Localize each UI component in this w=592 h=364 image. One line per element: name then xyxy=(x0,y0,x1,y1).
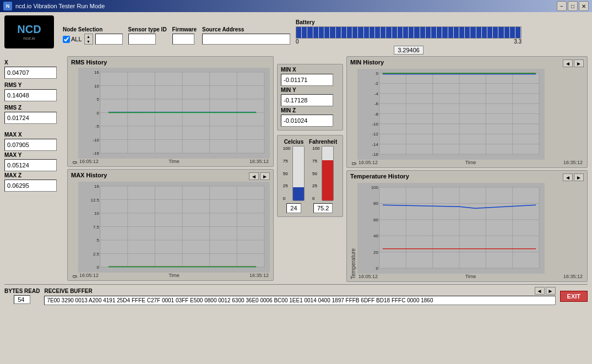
node-spinbox[interactable]: ▲ ▼ xyxy=(84,34,93,45)
temp-gauges-panel: Celcius 1007550250 24 Fahrenheit xyxy=(277,135,343,217)
temp-header-row: Temperature History ◄ ► xyxy=(350,173,584,182)
bytes-label: BYTES READ xyxy=(4,288,40,294)
max-nav-prev[interactable]: ◄ xyxy=(249,172,259,180)
max-chart-inner: g 16:05:12 Time 16:35:12 xyxy=(71,182,270,278)
fahrenheit-thermo-body xyxy=(322,146,334,201)
max-y-axis-label: g xyxy=(71,182,77,278)
temp-history-title: Temperature History xyxy=(350,173,409,180)
left-charts: RMS History g 16:05:12 Time 16:35:12 xyxy=(67,56,274,282)
min-history-title: MIN History xyxy=(350,59,384,66)
min-chart-inner: g 16:05:12 Time 16:35:12 xyxy=(350,69,584,165)
min-z-label: MIN Z xyxy=(281,107,339,113)
rms-z-value: 0.01724 xyxy=(4,112,57,124)
charts-section: X 0.04707 RMS Y 0.14048 RMS Z 0.01724 MA… xyxy=(4,56,588,282)
sensor-type-label: Sensor type ID xyxy=(128,26,167,32)
temp-y-axis-label: Temperature xyxy=(350,183,356,279)
max-chart-wrapper: 16:05:12 Time 16:35:12 xyxy=(78,182,270,278)
sensor-type-input[interactable]: 5 xyxy=(128,34,156,45)
battery-label: Battery xyxy=(296,19,522,25)
top-controls: Node Selection ALL ▲ ▼ 0 Sensor type ID … xyxy=(63,19,588,45)
maximize-button[interactable]: □ xyxy=(568,1,578,11)
rms-x-axis: 16:05:12 Time 16:35:12 xyxy=(78,159,270,164)
fahrenheit-scale: 1007550250 xyxy=(312,146,319,201)
temp-nav-buttons[interactable]: ◄ ► xyxy=(563,173,584,181)
temp-x-axis: 16:05:12 Time 16:35:12 xyxy=(357,274,584,279)
temp-gauges-row: Celcius 1007550250 24 Fahrenheit xyxy=(281,139,339,213)
min-x-label: MIN X xyxy=(281,67,339,73)
temp-chart-canvas xyxy=(357,183,545,274)
sensor-type-group: Sensor type ID 5 xyxy=(128,26,167,45)
buffer-nav-prev[interactable]: ◄ xyxy=(535,287,545,295)
all-checkbox[interactable] xyxy=(63,36,70,43)
celsius-scale: 1007550250 xyxy=(283,146,290,201)
node-spinbox-up[interactable]: ▲ xyxy=(85,34,93,39)
node-value-input[interactable]: 0 xyxy=(95,34,123,45)
max-y-group: MAX Y 0.05124 xyxy=(4,152,65,171)
max-z-group: MAX Z 0.06295 xyxy=(4,172,65,192)
buffer-label: RECEIVE BUFFER xyxy=(44,288,92,294)
min-nav-prev[interactable]: ◄ xyxy=(563,59,573,67)
buffer-group: RECEIVE BUFFER ◄ ► 7E00 3290 0013 A200 4… xyxy=(44,287,555,305)
rms-y-label: RMS Y xyxy=(4,82,65,88)
title-bar-buttons[interactable]: − □ ✕ xyxy=(557,1,589,11)
title-bar: N ncd.io Vibration Tester Run Mode − □ ✕ xyxy=(0,0,592,12)
firmware-group: Firmware 1 xyxy=(172,26,197,45)
close-button[interactable]: ✕ xyxy=(579,1,589,11)
buffer-nav-next[interactable]: ► xyxy=(546,287,556,295)
temp-nav-prev[interactable]: ◄ xyxy=(563,173,573,181)
min-y-label: MIN Y xyxy=(281,87,339,93)
max-nav-buttons[interactable]: ◄ ► xyxy=(249,172,270,180)
min-header-row: MIN History ◄ ► xyxy=(350,59,584,68)
celsius-fill xyxy=(293,187,304,200)
rms-chart-inner: g 16:05:12 Time 16:35:12 xyxy=(71,68,270,164)
rms-y-group: RMS Y 0.14048 xyxy=(4,82,65,101)
main-content: NCD ncd.io Node Selection ALL ▲ ▼ 0 xyxy=(0,12,592,364)
source-address-group: Source Address 0013 A200 4191 25D4 xyxy=(202,26,290,45)
celsius-label: Celcius xyxy=(284,139,304,145)
max-z-value: 0.06295 xyxy=(4,180,57,192)
rms-x-label: X xyxy=(4,59,65,66)
middle-section: MIN X -0.01171 MIN Y -0.17128 MIN Z -0.0… xyxy=(277,56,343,282)
rms-history-title: RMS History xyxy=(71,59,270,66)
buffer-header: RECEIVE BUFFER ◄ ► xyxy=(44,287,555,295)
exit-button[interactable]: EXIT xyxy=(560,291,588,302)
fahrenheit-gauge-group: Fahrenheit 1007550250 75.2 xyxy=(309,139,337,213)
firmware-label: Firmware xyxy=(172,26,197,32)
firmware-input[interactable]: 1 xyxy=(172,34,194,45)
rms-section: X 0.04707 RMS Y 0.14048 RMS Z 0.01724 MA… xyxy=(4,56,274,282)
temp-nav-next[interactable]: ► xyxy=(574,173,584,181)
min-chart-canvas xyxy=(357,69,545,160)
buffer-nav-buttons[interactable]: ◄ ► xyxy=(535,287,556,295)
minimize-button[interactable]: − xyxy=(557,1,567,11)
max-x-value: 0.07905 xyxy=(4,139,57,151)
max-nav-next[interactable]: ► xyxy=(260,172,270,180)
rms-history-panel: RMS History g 16:05:12 Time 16:35:12 xyxy=(67,56,274,167)
max-x-axis: 16:05:12 Time 16:35:12 xyxy=(78,273,270,278)
rms-y-value: 0.14048 xyxy=(4,89,57,101)
app-icon: N xyxy=(3,2,12,10)
temp-history-panel: Temperature History ◄ ► Temperature 16:0… xyxy=(346,170,588,282)
node-spinbox-down[interactable]: ▼ xyxy=(85,39,93,44)
max-history-panel: MAX History ◄ ► g 16:05:12 Time xyxy=(67,169,274,281)
min-z-value: -0.01024 xyxy=(281,115,333,127)
buffer-content: 7E00 3290 0013 A200 4191 25D4 FFFE C27F … xyxy=(44,296,555,305)
battery-group: Battery 0 3.3 3.29406 xyxy=(296,19,522,45)
min-chart-wrapper: 16:05:12 Time 16:35:12 xyxy=(357,69,584,165)
rms-z-label: RMS Z xyxy=(4,105,65,111)
rms-y-axis-label: g xyxy=(71,68,77,164)
max-y-value: 0.05124 xyxy=(4,159,57,171)
logo-sub: ncd.io xyxy=(23,36,35,41)
source-address-input[interactable]: 0013 A200 4191 25D4 xyxy=(202,34,290,45)
max-metrics: MAX X 0.07905 MAX Y 0.05124 MAX Z 0.0629… xyxy=(4,132,65,193)
max-z-label: MAX Z xyxy=(4,172,65,178)
battery-value: 3.29406 xyxy=(394,46,423,55)
max-chart-canvas xyxy=(78,182,270,273)
min-nav-next[interactable]: ► xyxy=(574,59,584,67)
rms-metrics: X 0.04707 RMS Y 0.14048 RMS Z 0.01724 MA… xyxy=(4,56,65,282)
min-y-value: -0.17128 xyxy=(281,94,333,106)
fahrenheit-fill xyxy=(322,160,333,201)
min-nav-buttons[interactable]: ◄ ► xyxy=(563,59,584,67)
min-y-axis-label: g xyxy=(350,69,356,165)
all-checkbox-label[interactable]: ALL xyxy=(63,36,82,43)
rms-chart-wrapper: 16:05:12 Time 16:35:12 xyxy=(78,68,270,164)
